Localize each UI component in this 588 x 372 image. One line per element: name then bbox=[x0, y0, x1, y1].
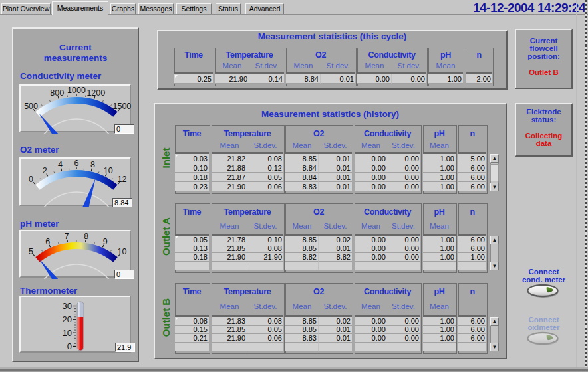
svg-text:0: 0 bbox=[29, 175, 33, 184]
svg-text:7: 7 bbox=[65, 232, 69, 241]
svg-text:8: 8 bbox=[84, 232, 88, 241]
svg-text:10: 10 bbox=[63, 328, 72, 338]
svg-text:5: 5 bbox=[29, 247, 33, 256]
svg-text:1000: 1000 bbox=[67, 86, 86, 95]
svg-text:500: 500 bbox=[24, 102, 38, 111]
svg-text:30: 30 bbox=[63, 301, 72, 311]
svg-text:2: 2 bbox=[43, 166, 47, 175]
svg-text:0: 0 bbox=[67, 341, 72, 351]
svg-text:9: 9 bbox=[103, 237, 108, 246]
svg-text:800: 800 bbox=[50, 88, 64, 98]
svg-text:1500: 1500 bbox=[112, 102, 131, 111]
svg-text:10: 10 bbox=[117, 247, 126, 256]
svg-text:10: 10 bbox=[104, 166, 113, 175]
svg-text:6: 6 bbox=[74, 159, 79, 168]
svg-text:8: 8 bbox=[90, 160, 95, 169]
svg-text:6: 6 bbox=[45, 237, 50, 246]
svg-text:1200: 1200 bbox=[86, 88, 105, 98]
svg-text:4: 4 bbox=[58, 160, 63, 169]
svg-text:20: 20 bbox=[63, 314, 72, 324]
svg-text:12: 12 bbox=[117, 175, 126, 184]
